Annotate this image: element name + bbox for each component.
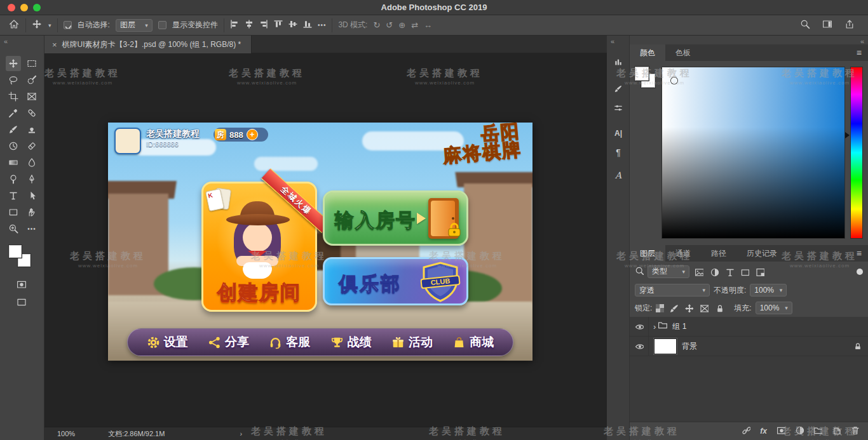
layer-thumbnail[interactable] xyxy=(654,338,677,354)
share-button[interactable]: 分享 xyxy=(208,334,249,350)
clone-source-panel-icon[interactable] xyxy=(612,102,625,114)
clone-stamp-tool[interactable] xyxy=(24,122,39,137)
path-selection-tool[interactable] xyxy=(24,188,39,203)
search-icon[interactable] xyxy=(800,19,811,32)
new-layer-icon[interactable] xyxy=(832,425,841,437)
crop-tool[interactable] xyxy=(6,89,21,104)
glyphs-panel-icon[interactable]: A xyxy=(612,169,625,182)
show-transform-checkbox[interactable] xyxy=(158,21,166,29)
type-tool[interactable] xyxy=(6,188,21,203)
records-button[interactable]: 战绩 xyxy=(330,334,372,350)
toolbar-collapse-icon[interactable]: « xyxy=(4,37,8,45)
create-room-button[interactable]: K 全城火爆 创建房间 xyxy=(201,182,317,312)
hue-slider-marker[interactable] xyxy=(845,132,850,138)
pen-tool[interactable] xyxy=(24,171,39,187)
filter-pixel-layers-icon[interactable] xyxy=(693,266,705,277)
tab-swatches[interactable]: 色板 xyxy=(665,44,701,61)
tool-preset-caret-icon[interactable]: ▾ xyxy=(48,22,51,29)
color-cursor[interactable] xyxy=(671,77,677,84)
filter-shape-layers-icon[interactable] xyxy=(739,266,750,277)
3d-roll-icon[interactable]: ↺ xyxy=(386,20,393,30)
eyedropper-tool[interactable] xyxy=(6,105,21,121)
3d-pan-icon[interactable]: ⊕ xyxy=(398,20,405,30)
color-foreground-swatch[interactable] xyxy=(635,67,649,81)
lock-position-icon[interactable] xyxy=(683,302,695,314)
home-icon[interactable] xyxy=(9,19,20,32)
share-image-icon[interactable] xyxy=(844,19,855,32)
lock-transparent-pixels-icon[interactable] xyxy=(656,304,664,312)
workspace-switcher-icon[interactable] xyxy=(822,19,833,32)
align-more-options-icon[interactable]: ••• xyxy=(318,22,327,29)
brushes-panel-icon[interactable] xyxy=(612,83,625,95)
lock-artboard-icon[interactable] xyxy=(698,302,710,314)
blend-mode-dropdown[interactable]: 穿透▾ xyxy=(635,284,710,297)
panel-menu-icon[interactable]: ≡ xyxy=(857,48,868,58)
quick-mask-mode-icon[interactable] xyxy=(14,277,29,292)
marquee-tool[interactable] xyxy=(24,56,39,71)
tab-channels[interactable]: 通道 xyxy=(665,245,701,262)
align-vertical-centers-icon[interactable] xyxy=(288,20,297,30)
tab-history[interactable]: 历史记录 xyxy=(736,245,787,262)
zoom-level[interactable]: 100% xyxy=(57,430,75,437)
tab-paths[interactable]: 路径 xyxy=(701,245,736,262)
dodge-tool[interactable] xyxy=(6,171,21,187)
tab-close-icon[interactable]: × xyxy=(52,40,57,50)
move-tool[interactable] xyxy=(6,56,21,71)
blur-tool[interactable] xyxy=(24,155,39,170)
group-expander-icon[interactable]: › xyxy=(653,322,656,331)
shop-button[interactable]: 商城 xyxy=(452,334,494,350)
layer-style-fx-icon[interactable]: fx xyxy=(760,427,767,436)
filter-adjustment-layers-icon[interactable] xyxy=(709,266,720,277)
layer-name[interactable]: 组 1 xyxy=(672,321,686,332)
auto-select-checkbox[interactable] xyxy=(64,21,72,29)
layer-row-group[interactable]: › 组 1 xyxy=(630,317,868,337)
tab-color[interactable]: 颜色 xyxy=(630,44,665,61)
hue-slider[interactable] xyxy=(850,67,863,239)
customer-service-button[interactable]: 客服 xyxy=(269,334,310,350)
layer-name[interactable]: 背景 xyxy=(682,341,697,352)
delete-layer-icon[interactable] xyxy=(850,425,859,437)
filter-search-icon[interactable] xyxy=(635,266,644,277)
new-group-icon[interactable] xyxy=(813,425,822,437)
foreground-color-swatch[interactable] xyxy=(9,245,22,258)
filter-type-layers-icon[interactable] xyxy=(724,266,735,277)
history-brush-tool[interactable] xyxy=(6,138,21,154)
align-bottom-edges-icon[interactable] xyxy=(303,20,312,30)
eraser-tool[interactable] xyxy=(24,138,39,154)
visibility-toggle[interactable] xyxy=(630,317,649,337)
new-adjustment-layer-icon[interactable] xyxy=(795,425,804,437)
shape-tool[interactable] xyxy=(6,204,21,220)
layer-row-background[interactable]: 背景 xyxy=(630,337,868,356)
align-top-edges-icon[interactable] xyxy=(274,20,283,30)
3d-orbit-icon[interactable]: ↻ xyxy=(373,20,380,30)
document-tab[interactable]: × 棋牌UI素材房卡【3-2】.psd @ 100% (组 1, RGB/8) … xyxy=(44,36,252,53)
events-button[interactable]: 活动 xyxy=(391,334,433,350)
tab-layers[interactable]: 图层 xyxy=(630,245,665,262)
strip-collapse-icon[interactable]: « xyxy=(611,37,614,45)
foreground-background-swatches[interactable] xyxy=(9,245,33,269)
settings-button[interactable]: 设置 xyxy=(147,334,188,350)
filter-smart-objects-icon[interactable] xyxy=(754,266,766,277)
gradient-tool[interactable] xyxy=(6,155,21,170)
paragraph-panel-icon[interactable]: ¶ xyxy=(612,146,625,159)
histogram-panel-icon[interactable] xyxy=(612,56,625,69)
opacity-value-dropdown[interactable]: 100%▾ xyxy=(750,284,787,297)
screen-mode-icon[interactable] xyxy=(14,295,29,310)
filter-type-dropdown[interactable]: 类型▾ xyxy=(648,265,689,278)
fill-value-dropdown[interactable]: 100%▾ xyxy=(756,302,792,314)
add-room-card-button[interactable]: + xyxy=(247,129,258,140)
lock-image-pixels-icon[interactable] xyxy=(668,302,679,314)
link-layers-icon[interactable] xyxy=(742,425,750,437)
add-layer-mask-icon[interactable] xyxy=(776,425,785,437)
3d-scale-icon[interactable]: ↔ xyxy=(424,20,432,30)
brush-tool[interactable] xyxy=(6,122,21,137)
healing-brush-tool[interactable] xyxy=(24,105,39,121)
filter-toggle[interactable] xyxy=(857,269,863,275)
auto-select-dropdown[interactable]: 图层▾ xyxy=(116,19,153,32)
character-panel-icon[interactable]: A| xyxy=(612,127,625,140)
saturation-brightness-map[interactable] xyxy=(661,67,845,239)
align-left-edges-icon[interactable] xyxy=(230,20,239,30)
3d-slide-icon[interactable]: ⇄ xyxy=(411,20,418,30)
lock-all-icon[interactable] xyxy=(714,302,725,314)
frame-tool[interactable] xyxy=(24,89,39,104)
